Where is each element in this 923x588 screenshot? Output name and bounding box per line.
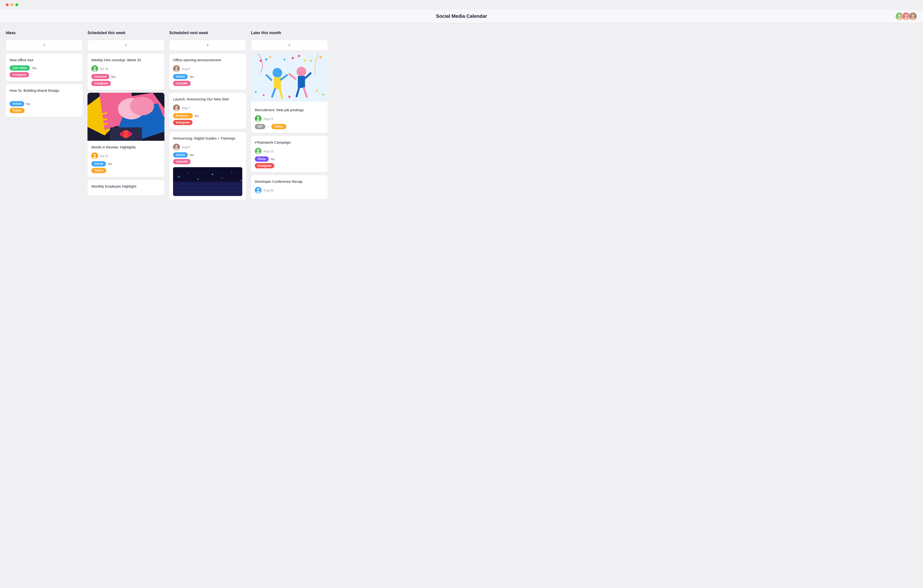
svg-point-1: [898, 14, 901, 17]
svg-point-21: [130, 97, 154, 116]
svg-point-60: [273, 68, 282, 78]
svg-point-79: [256, 119, 260, 122]
avatar-circle-3: [909, 13, 917, 20]
badge-twitter-1: Twitter: [91, 168, 106, 173]
minimize-button[interactable]: [11, 3, 13, 6]
label-no-4: No: [190, 153, 194, 157]
svg-point-25: [128, 132, 132, 136]
card-title-monthly-employee: Monthly Employee Highlight:: [91, 184, 161, 189]
badges-row-article-0: Article No: [10, 101, 79, 106]
card-avatar-month-review: [91, 152, 98, 159]
column-ideas: Ideas + New office tour Live Video Yes I…: [6, 31, 83, 200]
window-controls: [6, 3, 18, 6]
card-month-review: Month in Review: Highlights Jul 31 Artic…: [87, 93, 164, 177]
card-meta-month-review: Jul 31: [91, 152, 161, 159]
svg-point-55: [310, 60, 312, 62]
card-content-recruitment: Recruitment: New job postings Aug 21 GIF…: [251, 105, 328, 133]
maximize-button[interactable]: [15, 3, 18, 6]
label-no-2: No: [190, 75, 194, 79]
card-title-new-office-tour: New office tour: [10, 57, 79, 62]
card-date-developer-conference: Aug 26: [263, 188, 273, 192]
card-content-month-review: Month in Review: Highlights Jul 31 Artic…: [87, 141, 164, 177]
badge-linkedin-1: LinkedIn: [173, 159, 191, 164]
svg-point-28: [93, 156, 97, 159]
card-avatar-teamwork-campaign: [255, 148, 261, 154]
svg-point-82: [256, 152, 260, 154]
label-yes-0: Yes: [32, 66, 37, 70]
badges-row-instagram-2: Instagram: [173, 120, 242, 125]
svg-point-74: [322, 93, 324, 95]
column-scheduled-this-week: Scheduled this week + Weekly Hire roundu…: [87, 31, 164, 200]
badge-instagram-1: Instagram: [91, 81, 111, 86]
avatar-svg-developer-conference: [255, 187, 261, 193]
label-no-5: No: [271, 157, 275, 161]
svg-point-45: [231, 172, 232, 172]
celebration-svg: [251, 54, 328, 102]
card-building-brand: How To: Building Brand Design Article No…: [6, 84, 83, 117]
close-button[interactable]: [6, 3, 9, 6]
card-title-building-brand: How To: Building Brand Design: [10, 88, 79, 93]
badge-carousel: Carousel: [91, 74, 109, 79]
card-launch-new-site: Launch: Announcing Our New Site! Aug 7 P…: [169, 93, 246, 129]
svg-point-27: [94, 154, 96, 156]
badge-live-video: Live Video: [10, 66, 30, 70]
user-avatars: [895, 12, 917, 21]
badge-instagram-2: Instagram: [173, 120, 192, 125]
title-bar: [0, 0, 923, 10]
card-developer-conference: Developer Conference Recap Aug 26: [251, 175, 328, 199]
badge-photo: Photo: [255, 156, 269, 162]
svg-rect-67: [298, 76, 305, 88]
column-scheduled-next-week: Scheduled next week + Office opening ann…: [169, 31, 246, 200]
column-header-later-this-month: Later this month: [251, 31, 328, 37]
badge-instagram-0: Instagram: [10, 72, 29, 77]
card-title-digital-guides: Announcing: Digital Guides + Trainings: [173, 136, 242, 141]
badge-article-3: Article: [173, 152, 188, 157]
avatar-svg-weekly-hire: [91, 66, 98, 72]
avatar-svg-launch: [173, 105, 180, 111]
column-header-ideas: Ideas: [6, 31, 83, 37]
label-no-weekly: No: [111, 75, 115, 79]
badges-row-new-office-tour: Live Video Yes: [10, 66, 79, 70]
badges-row-linkedin-1: LinkedIn: [173, 159, 242, 164]
add-card-later-this-month[interactable]: +: [251, 40, 328, 51]
svg-point-36: [175, 145, 177, 147]
card-meta-weekly-hire: Jul 29: [91, 66, 161, 72]
column-header-next-week: Scheduled next week: [169, 31, 246, 37]
badges-row-article-3: Article No: [173, 152, 242, 157]
svg-point-54: [298, 55, 300, 57]
avatar-svg-recruitment: [255, 115, 261, 122]
card-title-recruitment: Recruitment: New job postings: [255, 107, 324, 112]
badge-gif: GIF: [255, 124, 265, 129]
svg-point-34: [174, 108, 178, 111]
badges-row-linkedin-0: LinkedIn: [173, 81, 242, 86]
card-title-weekly-hire: Weekly Hire roundup: Week 32: [91, 57, 161, 62]
badges-row-instagram-1: Instagram: [91, 81, 161, 86]
card-date-recruitment: Aug 21: [263, 117, 273, 121]
svg-rect-50: [251, 54, 328, 102]
card-title-office-opening: Office opening announcement: [173, 57, 242, 62]
badge-produce: Produce...: [173, 113, 193, 118]
avatar-3[interactable]: [908, 12, 917, 21]
card-date-digital-guides: Aug 8: [182, 145, 190, 149]
svg-point-11: [93, 69, 97, 72]
card-avatar-office-opening: [173, 66, 180, 72]
badge-linkedin-0: LinkedIn: [173, 81, 191, 86]
badge-twitter-0: Twitter: [10, 108, 25, 113]
card-office-opening: Office opening announcement Aug 6 Articl…: [169, 54, 246, 90]
svg-point-72: [255, 91, 257, 93]
svg-point-73: [288, 96, 291, 98]
badge-article-2: Article: [173, 74, 188, 79]
svg-point-31: [174, 69, 178, 72]
card-image-digital-guides: [173, 167, 242, 196]
svg-point-85: [256, 191, 260, 193]
card-avatar-weekly-hire: [91, 66, 98, 72]
add-card-this-week[interactable]: +: [87, 40, 164, 51]
column-header-this-week: Scheduled this week: [87, 31, 164, 37]
add-card-ideas[interactable]: +: [6, 40, 83, 51]
add-card-next-week[interactable]: +: [169, 40, 246, 51]
card-new-office-tour: New office tour Live Video Yes Instagram: [6, 54, 83, 81]
card-date-teamwork-campaign: Aug 23: [263, 149, 273, 153]
svg-rect-61: [274, 77, 281, 89]
svg-point-40: [178, 176, 179, 177]
card-image-celebration: [251, 54, 328, 102]
